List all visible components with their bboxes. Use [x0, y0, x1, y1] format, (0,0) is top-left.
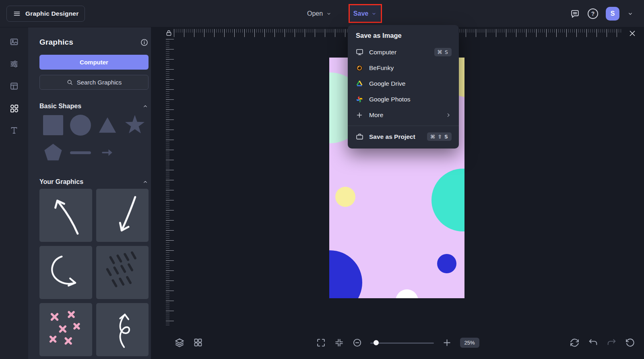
fit-to-screen-button[interactable] [334, 338, 344, 348]
shape-square[interactable] [41, 115, 65, 136]
shape-circle[interactable] [69, 115, 92, 136]
zoom-slider-knob[interactable] [374, 340, 379, 345]
account-menu-button[interactable] [627, 10, 634, 17]
sidebar-item-graphics[interactable] [6, 100, 22, 116]
redo-icon [607, 338, 617, 348]
menu-item-save-as-project[interactable]: Save as Project ⌘ ⇧ S [348, 129, 459, 144]
open-button[interactable]: Open [307, 0, 332, 27]
shape-triangle[interactable] [96, 115, 119, 136]
zoom-slider-track[interactable] [370, 342, 434, 344]
graphic-thumbnail-squiggle-arrow[interactable] [96, 303, 149, 356]
chevron-up-icon [142, 103, 149, 109]
grid-icon [193, 338, 203, 347]
collapse-basic-shapes-button[interactable] [142, 103, 149, 109]
shapes-grid-icon [9, 103, 19, 113]
canvas-shape-large-blue-circle[interactable] [329, 250, 362, 298]
zoom-in-button[interactable] [442, 338, 452, 348]
feedback-button[interactable] [570, 9, 580, 19]
your-graphics-grid [39, 189, 149, 356]
fullscreen-icon [316, 338, 326, 348]
layers-button[interactable] [174, 337, 185, 348]
zoom-slider[interactable] [370, 340, 434, 346]
canvas-shape-small-yellow-circle[interactable] [335, 187, 355, 207]
shape-arrow[interactable] [96, 142, 119, 163]
save-project-icon [355, 132, 364, 141]
menu-item-label: More [369, 111, 383, 119]
canvas-shape-small-blue-circle[interactable] [437, 254, 456, 273]
ruler-lock-button[interactable] [165, 29, 173, 37]
menu-divider [348, 126, 459, 126]
arrow-shape [96, 146, 119, 159]
refresh-icon [570, 338, 580, 348]
your-graphics-title: Your Graphics [39, 178, 83, 186]
sidebar-item-templates[interactable] [6, 78, 22, 94]
google-photos-icon [355, 95, 364, 103]
menu-item-google-drive[interactable]: Google Drive [348, 76, 459, 91]
info-button[interactable] [140, 38, 149, 47]
sidebar-item-image-manager[interactable] [6, 34, 22, 50]
vertical-ruler [165, 39, 173, 327]
fullscreen-button[interactable] [316, 338, 326, 348]
shape-pentagon[interactable] [41, 142, 65, 163]
graphic-thumbnail-arrow-down-left[interactable] [96, 189, 149, 242]
canvas-close-button[interactable] [628, 29, 637, 38]
circle-shape [70, 115, 91, 136]
graphic-thumbnail-dashes[interactable] [96, 246, 149, 299]
sidebar-item-text[interactable] [6, 122, 22, 138]
graphics-panel: Graphics Computer Search Graphics Basic … [28, 27, 151, 359]
panel-title: Graphics [39, 38, 73, 47]
sliders-icon [9, 59, 19, 69]
account-avatar[interactable]: S [606, 7, 619, 21]
redo-button[interactable] [607, 338, 617, 348]
zoom-controls: 25% [316, 338, 479, 348]
canvas-shape-teal-circle[interactable] [431, 169, 464, 231]
graphic-thumbnail-pink-x-marks[interactable] [39, 303, 92, 356]
topbar-right-group: ? S [570, 0, 634, 27]
pentagon-shape [42, 142, 64, 163]
chevron-down-icon [326, 11, 332, 17]
search-graphics-button[interactable]: Search Graphics [39, 75, 149, 90]
graphic-thumbnail-curved-arrow-up[interactable] [39, 189, 92, 242]
fit-screen-icon [334, 338, 344, 348]
close-icon [628, 29, 637, 38]
footer-left-group [174, 337, 203, 348]
plus-icon [355, 111, 364, 119]
menu-item-computer[interactable]: Computer ⌘ S [348, 44, 459, 60]
undo-icon [588, 338, 598, 348]
menu-item-google-photos[interactable]: Google Photos [348, 91, 459, 107]
menu-item-label: Google Drive [369, 80, 405, 87]
sidebar-item-edit[interactable] [6, 56, 22, 72]
menu-item-befunky[interactable]: BeFunky [348, 60, 459, 76]
triangle-shape [96, 115, 119, 136]
search-icon [66, 79, 73, 86]
collapse-your-graphics-button[interactable] [142, 179, 149, 185]
computer-upload-label: Computer [80, 59, 108, 66]
app-root: Graphic Designer Open Save ? S [0, 0, 644, 359]
befunky-logo-icon [355, 64, 364, 72]
refresh-button[interactable] [570, 338, 580, 348]
open-button-label: Open [307, 10, 323, 17]
menu-item-label: Computer [369, 49, 396, 56]
graphic-thumbnail-curve-arrow-right[interactable] [39, 246, 92, 299]
star-shape [123, 114, 147, 136]
history-button[interactable] [625, 338, 635, 348]
arrow-down-left-graphic [96, 189, 149, 242]
app-menu-button[interactable]: Graphic Designer [6, 6, 85, 22]
grid-view-button[interactable] [193, 338, 203, 347]
curve-arrow-right-graphic [39, 246, 92, 299]
computer-upload-button[interactable]: Computer [39, 55, 149, 70]
save-button[interactable]: Save [350, 5, 380, 22]
square-shape [43, 115, 63, 135]
shape-star[interactable] [123, 115, 147, 136]
canvas-shape-white-circle[interactable] [396, 289, 418, 298]
save-menu-header: Save as Image [348, 30, 459, 44]
layout-icon [9, 81, 19, 91]
info-icon [140, 38, 149, 47]
undo-button[interactable] [588, 338, 598, 348]
menu-item-more[interactable]: More [348, 107, 459, 123]
help-button[interactable]: ? [588, 8, 598, 19]
shape-line[interactable] [69, 142, 92, 163]
zoom-out-button[interactable] [352, 338, 362, 348]
menu-item-label: BeFunky [369, 64, 394, 72]
zoom-level-badge[interactable]: 25% [460, 338, 479, 348]
